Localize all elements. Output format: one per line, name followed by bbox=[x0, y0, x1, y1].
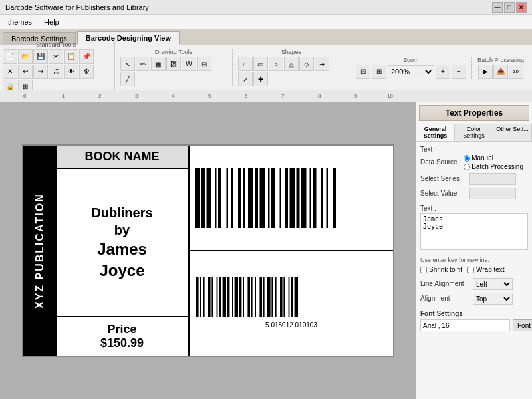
select-series-group: Select Series Select Value bbox=[420, 173, 528, 200]
batch-label: Batch Processing bbox=[471, 163, 523, 170]
close-button[interactable]: ✕ bbox=[516, 2, 527, 13]
select-series-input[interactable] bbox=[469, 173, 516, 185]
shrink-to-fit-checkbox[interactable] bbox=[420, 267, 427, 273]
title-bar: Barcode Software for Publishers and Libr… bbox=[0, 0, 532, 15]
preview-btn[interactable]: 👁 bbox=[64, 65, 78, 79]
svg-rect-40 bbox=[251, 277, 252, 317]
drawing-tools-group: Drawing Tools ↖ ✏ ▦ 🖼 W ⊟ ╱ bbox=[120, 49, 233, 86]
svg-rect-16 bbox=[285, 168, 288, 228]
menu-themes[interactable]: themes bbox=[3, 17, 37, 27]
diamond-btn[interactable]: ◇ bbox=[299, 57, 314, 71]
hint-text: Use enter key for newline. bbox=[420, 257, 528, 263]
right-panel: Text Properties General Settings Color S… bbox=[416, 102, 532, 399]
paste-btn[interactable]: 📌 bbox=[79, 49, 94, 64]
copy-btn[interactable]: 📋 bbox=[64, 49, 78, 64]
batch-import-btn[interactable]: 📥 bbox=[493, 65, 508, 79]
rect-btn[interactable]: □ bbox=[238, 57, 253, 71]
text-value-input[interactable]: James Joyce bbox=[420, 213, 528, 250]
pencil-btn[interactable]: ✏ bbox=[136, 57, 150, 71]
circle-btn[interactable]: ○ bbox=[269, 57, 283, 71]
barcode-top: (function(){ var svg = document.getEleme… bbox=[190, 146, 393, 251]
zoom-actual-btn[interactable]: ⊡ bbox=[356, 65, 370, 79]
batch-run-btn[interactable]: ▶ bbox=[478, 65, 493, 79]
cut-btn[interactable]: ✂ bbox=[49, 49, 63, 64]
cross-btn[interactable]: ✚ bbox=[253, 72, 268, 86]
save-btn[interactable]: 💾 bbox=[33, 49, 48, 64]
shapes-buttons: □ ▭ ○ △ ◇ ➜ ↗ ✚ bbox=[238, 57, 344, 86]
select-value-input[interactable] bbox=[469, 188, 516, 200]
radio-batch-input[interactable] bbox=[464, 164, 470, 170]
svg-rect-39 bbox=[247, 277, 250, 317]
svg-rect-17 bbox=[289, 168, 295, 228]
radio-batch[interactable]: Batch Processing bbox=[464, 163, 523, 170]
wrap-text-text: Wrap text bbox=[476, 266, 505, 273]
text-value-group: Text : James Joyce bbox=[420, 205, 528, 251]
shrink-to-fit-label[interactable]: Shrink to fit bbox=[420, 266, 462, 273]
svg-rect-1 bbox=[195, 168, 200, 228]
svg-rect-38 bbox=[243, 277, 244, 317]
delete-btn[interactable]: ✕ bbox=[3, 65, 17, 79]
arrow2-btn[interactable]: ↗ bbox=[238, 72, 253, 86]
arrow-btn[interactable]: ➜ bbox=[315, 57, 329, 71]
image-btn[interactable]: 🖼 bbox=[166, 57, 181, 71]
minimize-button[interactable]: — bbox=[492, 2, 503, 13]
canvas-area[interactable]: XYZ PUBLICATION BOOK NAME Dubliners by J… bbox=[0, 102, 416, 399]
line-alignment-label: Line Alignment bbox=[420, 280, 470, 287]
alignment-select[interactable]: TopMiddleBottom bbox=[473, 293, 513, 305]
label-author-name: JamesJoyce bbox=[97, 240, 147, 279]
barcode-top-svg bbox=[195, 168, 388, 228]
wrap-text-label[interactable]: Wrap text bbox=[467, 266, 505, 273]
round-rect-btn[interactable]: ▭ bbox=[253, 57, 268, 71]
radio-manual-input[interactable] bbox=[464, 155, 470, 162]
table-btn[interactable]: ⊟ bbox=[197, 57, 211, 71]
svg-rect-36 bbox=[234, 277, 237, 317]
svg-rect-2 bbox=[201, 168, 205, 228]
text-value-label: Text : bbox=[420, 205, 528, 212]
batch-formula-btn[interactable]: Σfx bbox=[509, 65, 523, 79]
select-btn[interactable]: ↖ bbox=[120, 57, 135, 71]
svg-rect-27 bbox=[200, 277, 201, 317]
svg-rect-47 bbox=[280, 277, 283, 317]
font-button[interactable]: Font bbox=[513, 319, 532, 331]
window-controls: — □ ✕ bbox=[492, 2, 527, 13]
batch-group: Batch Processing ▶ 📥 Σfx bbox=[477, 57, 529, 79]
alignment-label: Alignment bbox=[420, 295, 470, 302]
menu-help[interactable]: Help bbox=[39, 17, 65, 27]
font-settings-group: Font Settings Font bbox=[420, 310, 528, 331]
font-input[interactable] bbox=[420, 319, 510, 331]
triangle-btn[interactable]: △ bbox=[284, 57, 299, 71]
shapes-group: Shapes □ ▭ ○ △ ◇ ➜ ↗ ✚ bbox=[238, 49, 350, 86]
text-btn[interactable]: W bbox=[182, 57, 196, 71]
undo-btn[interactable]: ↩ bbox=[18, 65, 33, 79]
print-btn[interactable]: 🖨 bbox=[49, 65, 63, 79]
tab-color-settings[interactable]: Color Settings bbox=[455, 124, 493, 141]
data-source-label: Data Source : bbox=[420, 158, 461, 166]
zoom-out-btn[interactable]: − bbox=[452, 65, 466, 79]
settings-btn[interactable]: ⚙ bbox=[79, 65, 94, 79]
line-btn[interactable]: ╱ bbox=[120, 72, 135, 86]
svg-rect-3 bbox=[206, 168, 211, 228]
tab-general-settings[interactable]: General Settings bbox=[416, 124, 455, 141]
barcode-btn[interactable]: ▦ bbox=[151, 57, 166, 71]
zoom-fit-btn[interactable]: ⊞ bbox=[372, 65, 386, 79]
redo-btn[interactable]: ↪ bbox=[33, 65, 48, 79]
zoom-select[interactable]: 200%100%150% bbox=[388, 65, 434, 78]
alignment-row: Alignment TopMiddleBottom bbox=[420, 293, 528, 305]
shapes-label: Shapes bbox=[281, 49, 302, 55]
label-book-title: Dubliners bbox=[91, 205, 152, 220]
line-alignment-select[interactable]: LeftCenterRight bbox=[473, 278, 513, 290]
svg-rect-19 bbox=[301, 168, 307, 228]
app-title: Barcode Software for Publishers and Libr… bbox=[5, 3, 149, 11]
svg-rect-22 bbox=[321, 168, 323, 228]
radio-manual[interactable]: Manual bbox=[464, 154, 523, 162]
zoom-in-btn[interactable]: + bbox=[436, 65, 450, 79]
manual-label: Manual bbox=[471, 154, 493, 162]
tab-other-settings[interactable]: Other Sett... bbox=[493, 124, 532, 141]
svg-rect-5 bbox=[218, 168, 221, 228]
svg-rect-33 bbox=[222, 277, 225, 317]
wrap-text-checkbox[interactable] bbox=[467, 267, 474, 273]
open-btn[interactable]: 📂 bbox=[18, 49, 33, 64]
new-btn[interactable]: 📄 bbox=[3, 49, 17, 64]
svg-rect-20 bbox=[309, 168, 311, 228]
maximize-button[interactable]: □ bbox=[504, 2, 515, 13]
